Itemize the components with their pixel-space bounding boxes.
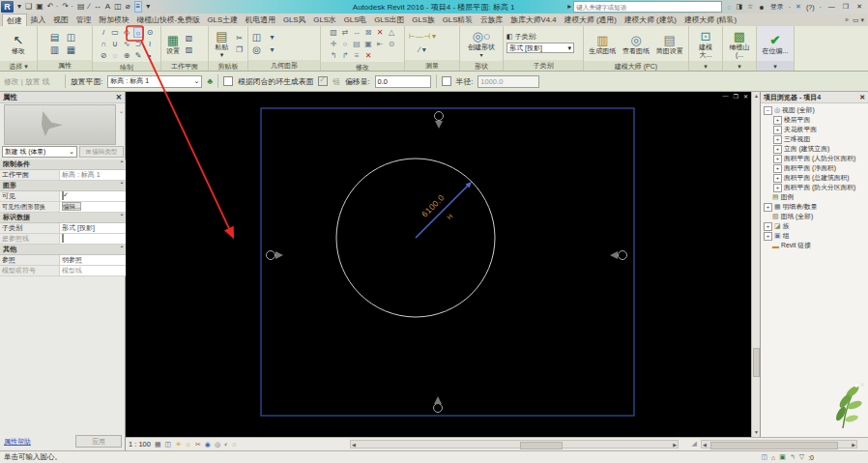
dropdown-icon[interactable]: ▾ bbox=[17, 1, 21, 13]
crop-view-icon[interactable]: ✂ bbox=[195, 438, 201, 450]
restore-icon[interactable]: ❐ bbox=[734, 93, 738, 100]
panel-label-select[interactable]: 选择 ▾ bbox=[0, 61, 37, 71]
section-icon[interactable]: ⌀ bbox=[126, 1, 130, 13]
center-arc-tool-icon[interactable]: ⊘ bbox=[99, 50, 109, 61]
point-tool-icon[interactable]: ◌ bbox=[110, 50, 121, 61]
text-icon[interactable]: A bbox=[105, 1, 110, 13]
array-icon[interactable]: ▤ bbox=[352, 39, 362, 49]
tab-olive-quick[interactable]: 橄榄山快模-免费版 bbox=[133, 14, 204, 26]
expand-icon[interactable]: + bbox=[773, 174, 782, 183]
family-types-icon[interactable]: ◫ bbox=[66, 32, 76, 43]
reveal-hidden-icon[interactable]: ◐ bbox=[224, 438, 228, 450]
property-row[interactable]: 工作平面 标高 : 标高 1 bbox=[0, 170, 126, 181]
generate-sheet-button[interactable]: ▥ 生成图纸 bbox=[587, 27, 618, 60]
filter-icon[interactable]: ▽ bbox=[799, 453, 804, 461]
close-icon[interactable]: ✕ bbox=[743, 93, 748, 100]
modify-button[interactable]: ↖ 修改 bbox=[10, 27, 27, 60]
browser-item-views[interactable]: − ◎ 视图 (全部) bbox=[761, 105, 868, 115]
visible-checkbox[interactable] bbox=[62, 191, 64, 200]
browser-item-area-plan-gross[interactable]: + 面积平面 (总建筑面积) bbox=[761, 173, 868, 183]
placement-plane-select[interactable]: 标高 : 标高 1⌄ bbox=[107, 75, 202, 88]
browser-item-area-plan-fire[interactable]: + 面积平面 (防火分区面积) bbox=[761, 183, 868, 192]
help-dropdown-icon[interactable]: · bbox=[820, 4, 822, 11]
close-icon[interactable]: ✕ bbox=[856, 3, 862, 11]
scroll-down-icon[interactable]: ▼ bbox=[752, 428, 760, 437]
paste-button[interactable]: ▤ 粘贴 ▾ bbox=[212, 27, 232, 60]
scroll-right-icon[interactable]: ▶ bbox=[852, 441, 855, 449]
undo-icon[interactable]: ↶ · bbox=[47, 1, 59, 13]
restore-icon[interactable]: ❐ bbox=[843, 3, 849, 11]
offset-input[interactable]: 0.0 bbox=[375, 75, 431, 88]
tab-gls-duct[interactable]: GLS风 bbox=[279, 14, 309, 26]
browser-item-ceiling-plans[interactable]: + 天花板平面 bbox=[761, 125, 868, 134]
tab-gls-elec[interactable]: GLS电 bbox=[340, 14, 370, 26]
copy-icon[interactable]: ❐ bbox=[234, 44, 245, 55]
expand-icon[interactable]: + bbox=[773, 116, 782, 125]
elevation-marker-right[interactable] bbox=[610, 251, 627, 260]
resize-gripper-icon[interactable]: ◢ bbox=[692, 440, 697, 448]
tab-mep-general[interactable]: 机电通用 bbox=[242, 14, 279, 26]
tab-modeling-master-general[interactable]: 建模大师 (通用) bbox=[561, 14, 621, 26]
subscription-icon[interactable]: ◨ bbox=[736, 3, 742, 11]
move-icon[interactable]: ✛ bbox=[329, 39, 339, 49]
default-3d-view-icon[interactable]: ◫ bbox=[114, 1, 122, 13]
match-icon[interactable]: ≡ bbox=[352, 50, 362, 61]
panel-dropdown-icon[interactable]: ▾ bbox=[689, 61, 722, 71]
edit-type-button[interactable]: ⊞编辑类型 bbox=[79, 146, 124, 158]
rectangle-tool-icon[interactable]: ▭ bbox=[110, 27, 121, 38]
extend-icon[interactable]: ⊠ bbox=[363, 27, 374, 38]
tab-modeling-master-finish[interactable]: 建模大师 (精装) bbox=[680, 14, 740, 26]
trim-icon[interactable]: ↰ bbox=[329, 50, 339, 61]
property-row[interactable]: 子类别 形式 [投影] bbox=[0, 223, 126, 234]
property-row[interactable]: 模型或符号 模型线 bbox=[0, 266, 126, 276]
properties-icon[interactable]: ▤ bbox=[49, 32, 60, 43]
cut-icon[interactable]: ✂ bbox=[234, 33, 245, 43]
rotate-icon[interactable]: ○ bbox=[340, 39, 351, 49]
tab-insert[interactable]: 插入 bbox=[27, 14, 50, 26]
print-icon[interactable]: ▤ bbox=[77, 1, 85, 13]
view-sheet-button[interactable]: ◎ 查看图纸 bbox=[621, 27, 651, 60]
mirror-icon[interactable]: ↔ bbox=[352, 27, 362, 38]
horizontal-scrollbar[interactable]: ◀ ▶ bbox=[350, 440, 679, 449]
editable-only-icon[interactable]: ▣ bbox=[779, 453, 786, 461]
browser-item-area-plan-net[interactable]: + 面积平面 (净面积) bbox=[761, 163, 868, 173]
expand-icon[interactable]: + bbox=[764, 222, 772, 231]
copy-modify-icon[interactable]: ⊙ bbox=[387, 39, 397, 49]
close-icon[interactable]: ✕ bbox=[116, 93, 122, 101]
close-icon[interactable]: ✕ bbox=[859, 94, 865, 101]
revit-app-menu-icon[interactable]: R bbox=[1, 1, 14, 13]
spline-tool-icon[interactable]: ∿ bbox=[122, 39, 132, 49]
sign-in-label[interactable]: 登录 bbox=[770, 2, 784, 12]
browser-item-sheets[interactable]: ▧ 图纸 (全部) bbox=[761, 212, 868, 221]
section-constraints[interactable]: 限制条件ˆ bbox=[0, 159, 126, 170]
inplace-edit-button[interactable]: ✔ 在位编... bbox=[761, 27, 791, 60]
open-icon[interactable]: ❏ bbox=[25, 1, 32, 13]
properties-help-link[interactable]: 属性帮助 bbox=[4, 437, 31, 447]
detail-level-icon[interactable]: ▦ bbox=[155, 438, 161, 450]
section-identity[interactable]: 标识数据ˆ bbox=[0, 213, 126, 223]
sun-path-icon[interactable]: ☀ bbox=[175, 438, 181, 450]
exchange-icon[interactable]: ✕ bbox=[796, 3, 801, 11]
ribbon-state-icon[interactable]: ▭ ▾ bbox=[853, 16, 864, 24]
browser-item-schedules[interactable]: + ▦ 明细表/数量 bbox=[761, 202, 868, 212]
expand-icon[interactable]: + bbox=[773, 184, 782, 192]
property-row[interactable]: 参照 弱参照 bbox=[0, 255, 126, 266]
chain-checkbox[interactable] bbox=[318, 76, 328, 86]
browser-item-families[interactable]: + ◪ 族 bbox=[761, 221, 868, 231]
shadows-icon[interactable]: ☼ bbox=[185, 438, 190, 450]
dot-tool-icon[interactable]: • bbox=[145, 50, 156, 61]
tab-gls-structure[interactable]: GLS土建 bbox=[204, 14, 242, 26]
dimension-tool-icon[interactable]: ∕ ▾ bbox=[408, 44, 437, 55]
tab-manage[interactable]: 管理 bbox=[72, 14, 96, 26]
dropdown-icon[interactable]: · bbox=[789, 4, 791, 11]
tab-gls-finish[interactable]: GLS精装 bbox=[439, 14, 477, 26]
section-graphics[interactable]: 图形ˆ bbox=[0, 181, 126, 191]
polygon-tool-icon[interactable]: ◇ bbox=[122, 27, 132, 38]
set-workplane-button[interactable]: ▦ 设置 bbox=[164, 27, 182, 60]
corner-icon[interactable]: ↱ bbox=[340, 50, 351, 61]
minimize-icon[interactable]: — bbox=[723, 93, 729, 100]
tab-cloud-family[interactable]: 云族库 bbox=[477, 14, 506, 26]
scroll-left-icon[interactable]: ◀ bbox=[352, 441, 356, 449]
unpin-icon[interactable]: ✕ bbox=[363, 50, 374, 61]
scrollbar-thumb[interactable] bbox=[520, 442, 563, 449]
